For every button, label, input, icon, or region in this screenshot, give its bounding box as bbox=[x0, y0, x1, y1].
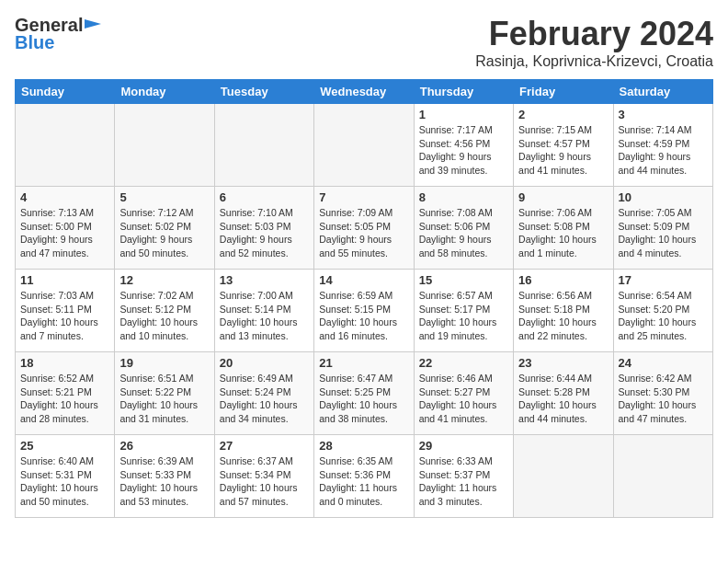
day-info: Sunrise: 6:57 AM Sunset: 5:17 PM Dayligh… bbox=[419, 289, 508, 343]
logo: General Blue bbox=[15, 15, 101, 53]
day-number: 25 bbox=[20, 439, 109, 453]
day-number: 26 bbox=[119, 439, 209, 453]
calendar-cell: 3Sunrise: 7:14 AM Sunset: 4:59 PM Daylig… bbox=[613, 104, 712, 187]
svg-marker-0 bbox=[85, 19, 101, 29]
calendar-cell bbox=[514, 435, 613, 518]
day-number: 4 bbox=[20, 190, 109, 204]
day-number: 11 bbox=[20, 273, 109, 287]
calendar-cell: 26Sunrise: 6:39 AM Sunset: 5:33 PM Dayli… bbox=[115, 435, 214, 518]
day-number: 3 bbox=[619, 108, 708, 121]
day-info: Sunrise: 6:52 AM Sunset: 5:21 PM Dayligh… bbox=[20, 372, 109, 426]
weekday-header-monday: Monday bbox=[115, 80, 214, 104]
day-number: 21 bbox=[319, 356, 408, 370]
calendar-cell: 20Sunrise: 6:49 AM Sunset: 5:24 PM Dayli… bbox=[214, 352, 313, 435]
calendar-cell: 4Sunrise: 7:13 AM Sunset: 5:00 PM Daylig… bbox=[16, 187, 115, 270]
calendar-cell: 14Sunrise: 6:59 AM Sunset: 5:15 PM Dayli… bbox=[314, 270, 414, 352]
weekday-header-friday: Friday bbox=[514, 80, 613, 104]
day-info: Sunrise: 7:03 AM Sunset: 5:11 PM Dayligh… bbox=[20, 289, 109, 343]
day-info: Sunrise: 7:15 AM Sunset: 4:57 PM Dayligh… bbox=[518, 123, 608, 178]
day-info: Sunrise: 7:05 AM Sunset: 5:09 PM Dayligh… bbox=[619, 206, 708, 260]
page-header: General Blue February 2024 Rasinja, Kopr… bbox=[15, 15, 713, 70]
weekday-header-tuesday: Tuesday bbox=[214, 80, 313, 104]
day-number: 18 bbox=[20, 356, 109, 370]
day-number: 28 bbox=[319, 439, 408, 453]
logo-blue-text: Blue bbox=[15, 32, 54, 53]
day-info: Sunrise: 7:00 AM Sunset: 5:14 PM Dayligh… bbox=[220, 289, 309, 343]
day-number: 17 bbox=[619, 273, 708, 287]
day-info: Sunrise: 6:33 AM Sunset: 5:37 PM Dayligh… bbox=[419, 454, 508, 509]
logo-flag-icon bbox=[85, 19, 101, 32]
weekday-header-thursday: Thursday bbox=[414, 80, 513, 104]
day-number: 19 bbox=[119, 356, 209, 370]
month-title: February 2024 bbox=[475, 15, 713, 53]
day-number: 24 bbox=[619, 356, 708, 370]
calendar-title-section: February 2024 Rasinja, Koprivnica-Krizev… bbox=[475, 15, 713, 70]
calendar-week-row: 11Sunrise: 7:03 AM Sunset: 5:11 PM Dayli… bbox=[16, 270, 713, 352]
location-subtitle: Rasinja, Koprivnica-Krizevci, Croatia bbox=[475, 53, 713, 70]
day-number: 13 bbox=[220, 273, 309, 287]
calendar-cell: 21Sunrise: 6:47 AM Sunset: 5:25 PM Dayli… bbox=[314, 352, 414, 435]
day-number: 15 bbox=[419, 273, 508, 287]
day-info: Sunrise: 6:59 AM Sunset: 5:15 PM Dayligh… bbox=[319, 289, 408, 343]
day-info: Sunrise: 6:46 AM Sunset: 5:27 PM Dayligh… bbox=[419, 372, 508, 426]
day-info: Sunrise: 7:12 AM Sunset: 5:02 PM Dayligh… bbox=[119, 206, 209, 260]
day-number: 14 bbox=[319, 273, 408, 287]
calendar-cell: 17Sunrise: 6:54 AM Sunset: 5:20 PM Dayli… bbox=[613, 270, 712, 352]
day-info: Sunrise: 7:06 AM Sunset: 5:08 PM Dayligh… bbox=[518, 206, 608, 260]
day-number: 27 bbox=[220, 439, 309, 453]
day-number: 6 bbox=[220, 190, 309, 204]
calendar-cell: 24Sunrise: 6:42 AM Sunset: 5:30 PM Dayli… bbox=[613, 352, 712, 435]
day-number: 8 bbox=[419, 190, 508, 204]
day-info: Sunrise: 6:39 AM Sunset: 5:33 PM Dayligh… bbox=[119, 454, 209, 509]
day-info: Sunrise: 7:17 AM Sunset: 4:56 PM Dayligh… bbox=[419, 123, 508, 178]
calendar-cell: 18Sunrise: 6:52 AM Sunset: 5:21 PM Dayli… bbox=[16, 352, 115, 435]
calendar-week-row: 4Sunrise: 7:13 AM Sunset: 5:00 PM Daylig… bbox=[16, 187, 713, 270]
day-info: Sunrise: 6:42 AM Sunset: 5:30 PM Dayligh… bbox=[619, 372, 708, 426]
calendar-cell: 28Sunrise: 6:35 AM Sunset: 5:36 PM Dayli… bbox=[314, 435, 414, 518]
day-info: Sunrise: 7:10 AM Sunset: 5:03 PM Dayligh… bbox=[220, 206, 309, 260]
day-info: Sunrise: 6:56 AM Sunset: 5:18 PM Dayligh… bbox=[518, 289, 608, 343]
day-number: 10 bbox=[619, 190, 708, 204]
day-number: 29 bbox=[419, 439, 508, 453]
calendar-cell: 27Sunrise: 6:37 AM Sunset: 5:34 PM Dayli… bbox=[214, 435, 313, 518]
calendar-cell: 1Sunrise: 7:17 AM Sunset: 4:56 PM Daylig… bbox=[414, 104, 513, 187]
calendar-cell: 23Sunrise: 6:44 AM Sunset: 5:28 PM Dayli… bbox=[514, 352, 613, 435]
weekday-header-saturday: Saturday bbox=[613, 80, 712, 104]
day-info: Sunrise: 6:47 AM Sunset: 5:25 PM Dayligh… bbox=[319, 372, 408, 426]
calendar-cell bbox=[16, 104, 115, 187]
day-info: Sunrise: 6:51 AM Sunset: 5:22 PM Dayligh… bbox=[119, 372, 209, 426]
calendar-cell: 9Sunrise: 7:06 AM Sunset: 5:08 PM Daylig… bbox=[514, 187, 613, 270]
calendar-cell: 11Sunrise: 7:03 AM Sunset: 5:11 PM Dayli… bbox=[16, 270, 115, 352]
calendar-cell bbox=[613, 435, 712, 518]
calendar-cell: 12Sunrise: 7:02 AM Sunset: 5:12 PM Dayli… bbox=[115, 270, 214, 352]
weekday-header-row: SundayMondayTuesdayWednesdayThursdayFrid… bbox=[16, 80, 713, 104]
calendar-cell: 13Sunrise: 7:00 AM Sunset: 5:14 PM Dayli… bbox=[214, 270, 313, 352]
day-info: Sunrise: 6:54 AM Sunset: 5:20 PM Dayligh… bbox=[619, 289, 708, 343]
calendar-cell: 16Sunrise: 6:56 AM Sunset: 5:18 PM Dayli… bbox=[514, 270, 613, 352]
day-info: Sunrise: 6:35 AM Sunset: 5:36 PM Dayligh… bbox=[319, 454, 408, 509]
calendar-cell: 19Sunrise: 6:51 AM Sunset: 5:22 PM Dayli… bbox=[115, 352, 214, 435]
day-number: 20 bbox=[220, 356, 309, 370]
calendar-cell bbox=[115, 104, 214, 187]
day-info: Sunrise: 6:40 AM Sunset: 5:31 PM Dayligh… bbox=[20, 454, 109, 509]
calendar-cell: 29Sunrise: 6:33 AM Sunset: 5:37 PM Dayli… bbox=[414, 435, 513, 518]
day-number: 12 bbox=[119, 273, 209, 287]
calendar-cell: 25Sunrise: 6:40 AM Sunset: 5:31 PM Dayli… bbox=[16, 435, 115, 518]
day-number: 5 bbox=[119, 190, 209, 204]
day-info: Sunrise: 6:37 AM Sunset: 5:34 PM Dayligh… bbox=[220, 454, 309, 509]
calendar-cell: 10Sunrise: 7:05 AM Sunset: 5:09 PM Dayli… bbox=[613, 187, 712, 270]
calendar-cell: 22Sunrise: 6:46 AM Sunset: 5:27 PM Dayli… bbox=[414, 352, 513, 435]
weekday-header-wednesday: Wednesday bbox=[314, 80, 414, 104]
day-number: 1 bbox=[419, 108, 508, 121]
day-info: Sunrise: 7:13 AM Sunset: 5:00 PM Dayligh… bbox=[20, 206, 109, 260]
day-info: Sunrise: 7:02 AM Sunset: 5:12 PM Dayligh… bbox=[119, 289, 209, 343]
day-number: 2 bbox=[518, 108, 608, 121]
day-info: Sunrise: 6:44 AM Sunset: 5:28 PM Dayligh… bbox=[518, 372, 608, 426]
calendar-cell bbox=[214, 104, 313, 187]
calendar-week-row: 1Sunrise: 7:17 AM Sunset: 4:56 PM Daylig… bbox=[16, 104, 713, 187]
day-number: 9 bbox=[518, 190, 608, 204]
weekday-header-sunday: Sunday bbox=[16, 80, 115, 104]
calendar-cell: 7Sunrise: 7:09 AM Sunset: 5:05 PM Daylig… bbox=[314, 187, 414, 270]
day-info: Sunrise: 6:49 AM Sunset: 5:24 PM Dayligh… bbox=[220, 372, 309, 426]
day-number: 22 bbox=[419, 356, 508, 370]
